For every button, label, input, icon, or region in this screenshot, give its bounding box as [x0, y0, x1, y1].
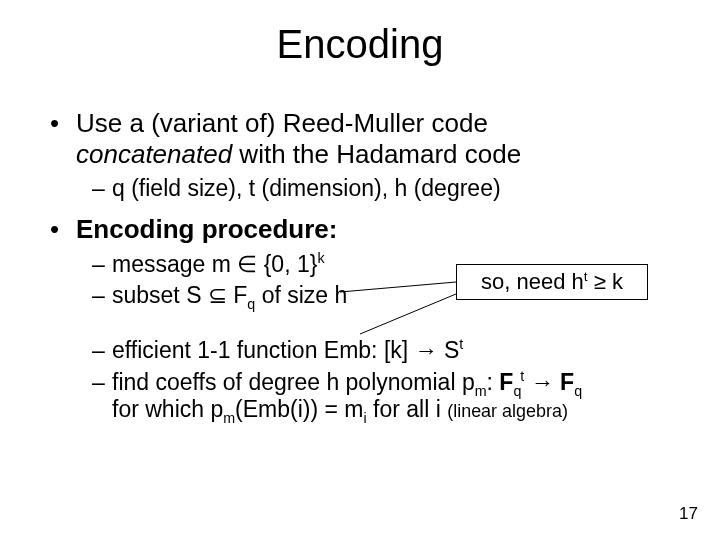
text: :: [487, 369, 500, 395]
superscript-t: t: [459, 337, 463, 353]
text: of size h: [255, 282, 347, 308]
slide-title: Encoding: [0, 22, 720, 67]
text: find coeffs of degree h polynomial p: [112, 369, 475, 395]
subscript-m: m: [223, 409, 235, 425]
page-number: 17: [679, 504, 698, 524]
text: subset S: [112, 282, 208, 308]
text: so, need h: [481, 269, 584, 294]
arrow: →: [524, 369, 560, 395]
text-reed-muller: Reed-Muller code: [283, 108, 488, 138]
text: F: [227, 282, 247, 308]
text-concatenated: concatenated: [76, 139, 232, 169]
text: message m: [112, 251, 237, 277]
bullet-reed-muller: Use a (variant of) Reed-Muller code conc…: [50, 108, 680, 169]
bullet-params: q (field size), t (dimension), h (degree…: [50, 175, 680, 202]
subscript-m: m: [475, 382, 487, 398]
subscript-q: q: [513, 382, 521, 398]
superscript-k: k: [317, 250, 324, 266]
text: Encoding procedure:: [76, 214, 337, 244]
text-note: (linear algebra): [447, 401, 568, 421]
text: Use a (variant of): [76, 108, 283, 138]
text: {0, 1}: [257, 251, 317, 277]
text: with the Hadamard code: [232, 139, 521, 169]
text: (Emb(i)) = m: [235, 396, 363, 422]
text: efficient 1-1 function Emb: [k] → S: [112, 337, 459, 363]
subscript-q: q: [574, 382, 582, 398]
bold-F: F: [499, 369, 513, 395]
text: for which p: [112, 396, 223, 422]
text: k: [612, 269, 623, 294]
symbol-element-of: ∈: [237, 251, 257, 277]
symbol-subset-eq: ⊆: [208, 282, 227, 308]
symbol-ge: ≥: [588, 269, 612, 294]
bullet-emb: efficient 1-1 function Emb: [k] → St: [50, 337, 680, 364]
bullet-polynomial: find coeffs of degree h polynomial pm: F…: [50, 369, 680, 423]
text: q (field size), t (dimension), h (degree…: [112, 175, 501, 201]
callout-need-ht-ge-k: so, need ht ≥ k: [456, 264, 648, 300]
text: for all i: [367, 396, 448, 422]
bullet-encoding-procedure: Encoding procedure:: [50, 214, 680, 245]
bold-F: F: [560, 369, 574, 395]
